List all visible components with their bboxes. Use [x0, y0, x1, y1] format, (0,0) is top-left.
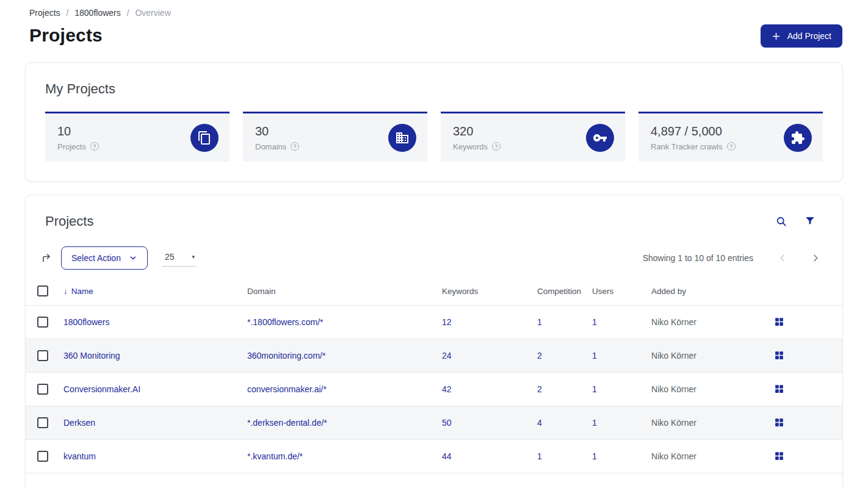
project-domain-link[interactable]: *.derksen-dental.de/* — [247, 418, 327, 428]
competition-value[interactable]: 4 — [537, 418, 542, 428]
project-domain-link[interactable]: 360monitoring.com/* — [247, 351, 325, 361]
table-row: 1800flowers *.1800flowers.com/* 12 1 1 N… — [26, 306, 842, 339]
stat-tile-domains: 30 Domains — [243, 112, 427, 162]
export-arrow-icon — [40, 252, 52, 264]
building-icon — [388, 124, 416, 152]
pagination-status: Showing 1 to 10 of 10 entries — [643, 253, 753, 263]
row-actions-button[interactable] — [773, 315, 786, 328]
row-checkbox[interactable] — [37, 417, 48, 428]
users-value[interactable]: 1 — [592, 384, 597, 394]
project-domain-link[interactable]: *.1800flowers.com/* — [247, 317, 324, 327]
breadcrumb-item-1800flowers[interactable]: 1800flowers — [74, 8, 121, 18]
project-name-link[interactable]: 1800flowers — [63, 317, 110, 327]
column-header-keywords[interactable]: Keywords — [431, 283, 526, 306]
prev-page-button[interactable] — [776, 252, 789, 264]
keywords-value[interactable]: 12 — [442, 317, 452, 327]
key-icon — [586, 124, 614, 152]
project-domain-link[interactable]: *.kvantum.de/* — [247, 451, 303, 461]
grid-icon — [774, 317, 784, 327]
page-size-select[interactable]: 25 — [162, 250, 197, 267]
added-by: Niko Körner — [651, 351, 696, 361]
keywords-value[interactable]: 44 — [442, 451, 452, 461]
row-checkbox[interactable] — [37, 451, 48, 462]
stat-label: Keywords — [453, 142, 488, 151]
users-value[interactable]: 1 — [592, 418, 597, 428]
row-checkbox[interactable] — [37, 317, 48, 328]
chevron-left-icon — [778, 253, 787, 263]
page-title: Projects — [29, 25, 839, 46]
row-checkbox[interactable] — [37, 350, 48, 361]
row-checkbox[interactable] — [37, 384, 48, 395]
column-header-name[interactable]: Name — [52, 283, 236, 306]
competition-value[interactable]: 1 — [537, 317, 542, 327]
search-icon — [775, 215, 787, 228]
breadcrumb-item-projects[interactable]: Projects — [29, 8, 60, 18]
page-size-value: 25 — [165, 252, 175, 262]
stat-value: 10 — [57, 124, 99, 138]
projects-table-body: 1800flowers *.1800flowers.com/* 12 1 1 N… — [26, 306, 842, 473]
table-row: Derksen *.derksen-dental.de/* 50 4 1 Nik… — [26, 406, 842, 440]
keywords-value[interactable]: 24 — [442, 351, 452, 361]
table-header-row: Name Domain Keywords Competition Users A… — [26, 283, 842, 306]
users-value[interactable]: 1 — [592, 451, 597, 461]
keywords-value[interactable]: 50 — [442, 418, 452, 428]
added-by: Niko Körner — [651, 317, 696, 327]
project-name-link[interactable]: kvantum — [63, 451, 96, 461]
column-header-actions — [762, 283, 842, 306]
column-header-competition[interactable]: Competition — [526, 283, 581, 306]
export-button[interactable] — [37, 249, 56, 267]
caret-down-icon — [192, 254, 195, 260]
projects-copy-icon — [190, 124, 219, 152]
chevron-right-icon — [811, 253, 820, 263]
keywords-value[interactable]: 42 — [442, 384, 452, 394]
stat-tiles: 10 Projects 30 Domains — [45, 112, 823, 162]
project-name-link[interactable]: 360 Monitoring — [63, 351, 120, 361]
row-actions-button[interactable] — [773, 416, 786, 429]
table-row: kvantum *.kvantum.de/* 44 1 1 Niko Körne… — [26, 440, 842, 473]
select-action-dropdown[interactable]: Select Action — [61, 246, 148, 270]
add-project-button[interactable]: Add Project — [761, 24, 842, 48]
stat-label: Domains — [255, 142, 286, 151]
projects-card: Projects Se — [25, 195, 843, 488]
breadcrumb-separator: / — [66, 8, 68, 18]
help-icon[interactable] — [492, 142, 501, 151]
row-actions-button[interactable] — [773, 382, 786, 395]
competition-value[interactable]: 2 — [537, 351, 542, 361]
competition-value[interactable]: 1 — [537, 451, 542, 461]
users-value[interactable]: 1 — [592, 317, 597, 327]
project-name-link[interactable]: Conversionmaker.AI — [63, 384, 140, 394]
help-icon[interactable] — [727, 142, 736, 151]
table-row: 360 Monitoring 360monitoring.com/* 24 2 … — [26, 339, 842, 373]
row-actions-button[interactable] — [773, 450, 786, 462]
help-icon[interactable] — [291, 142, 299, 151]
column-header-added-by[interactable]: Added by — [640, 283, 762, 306]
competition-value[interactable]: 2 — [537, 384, 542, 394]
users-value[interactable]: 1 — [592, 351, 597, 361]
my-projects-title: My Projects — [45, 81, 823, 97]
grid-icon — [774, 451, 784, 461]
filter-icon — [805, 215, 816, 228]
select-all-checkbox[interactable] — [37, 285, 48, 296]
stat-tile-keywords: 320 Keywords — [441, 112, 625, 162]
help-icon[interactable] — [90, 142, 99, 151]
stat-value: 30 — [255, 124, 299, 138]
stat-tile-projects: 10 Projects — [45, 112, 230, 162]
breadcrumb: Projects / 1800flowers / Overview — [29, 8, 839, 18]
next-page-button[interactable] — [809, 252, 822, 264]
added-by: Niko Körner — [651, 451, 696, 461]
chevron-down-icon — [129, 254, 137, 262]
topbar: Projects / 1800flowers / Overview Projec… — [0, 0, 868, 46]
column-header-users[interactable]: Users — [581, 283, 640, 306]
row-actions-button[interactable] — [773, 349, 786, 362]
search-button[interactable] — [775, 215, 787, 228]
project-name-link[interactable]: Derksen — [63, 418, 95, 428]
stat-label: Rank Tracker crawls — [651, 142, 723, 151]
stat-tile-crawls: 4,897 / 5,000 Rank Tracker crawls — [638, 112, 823, 162]
puzzle-icon — [784, 124, 812, 152]
project-domain-link[interactable]: conversionmaker.ai/* — [247, 384, 327, 394]
column-header-domain[interactable]: Domain — [236, 283, 431, 306]
stat-label: Projects — [57, 142, 86, 151]
breadcrumb-separator: / — [127, 8, 129, 18]
grid-icon — [774, 384, 784, 394]
filter-button[interactable] — [805, 215, 816, 228]
